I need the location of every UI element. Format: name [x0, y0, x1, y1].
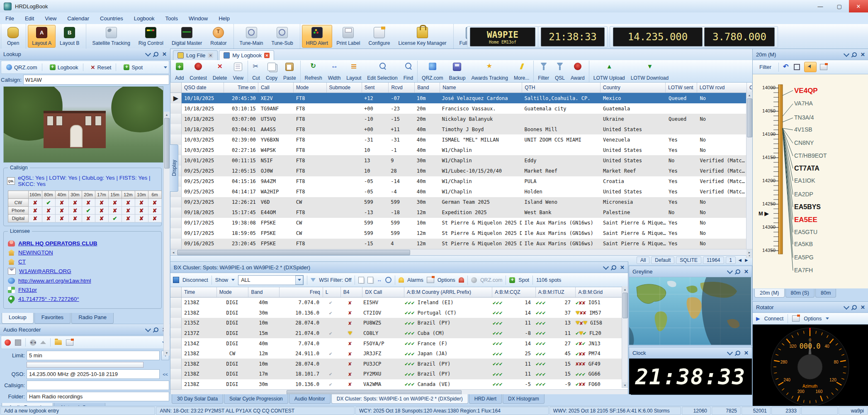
resize-columns-icon[interactable]: ↔: [377, 277, 382, 283]
band-spot[interactable]: VA7HA: [794, 100, 813, 107]
row-header[interactable]: [170, 124, 182, 134]
column-header-band[interactable]: Band: [415, 83, 440, 93]
table-row[interactable]: 2138ZDIGI30m10.136.0✔✘VA2WMA✔✔✔ Canada (…: [182, 379, 628, 390]
table-row[interactable]: 2135ZDIGI10m28.074.0✘PU8WZS✔✔✔ Brazil (P…: [182, 318, 628, 328]
collapse-icon[interactable]: [145, 326, 151, 332]
column-header-lotw_rcvd[interactable]: LOTW rcvd: [697, 83, 747, 93]
toolbar-layout-a[interactable]: ALayout A: [28, 25, 56, 48]
table-row[interactable]: 09/23/202512:26:21V6DCW59959930mGerman T…: [182, 197, 752, 208]
column-header-call[interactable]: Call: [258, 83, 294, 93]
logbook-award-button[interactable]: Award: [568, 61, 588, 82]
row-header[interactable]: [170, 308, 182, 318]
row-header[interactable]: [170, 328, 182, 339]
close-panel-icon[interactable]: ✕: [620, 264, 625, 271]
toolbar-layout-b[interactable]: BLayout B: [56, 25, 83, 48]
lookup-reset-button[interactable]: ✕Reset: [88, 63, 120, 72]
column-header-freq[interactable]: Freq: [280, 287, 323, 297]
logbook-qrz-com-button[interactable]: QRZ.com: [419, 61, 446, 82]
dock-tab-dx-histogram[interactable]: DX Histogram: [503, 394, 545, 404]
pin-icon[interactable]: [735, 349, 742, 356]
column-header-country[interactable]: A:B:M Country (ARRL Prefix): [404, 287, 492, 297]
menu-window[interactable]: Window: [183, 12, 213, 24]
band-spot[interactable]: EA5GTU: [794, 229, 817, 235]
options-button[interactable]: Options: [438, 277, 455, 283]
logbook-qsl-button[interactable]: QSL: [552, 61, 568, 82]
table-row[interactable]: 2137ZDIGI15m21.074.0✔CO8LY✔✔✔ Cuba (CM)✔…: [182, 328, 628, 339]
pin-icon[interactable]: [851, 51, 858, 58]
footer-11964[interactable]: 11964: [703, 256, 724, 264]
pointer-tool-button[interactable]: [804, 62, 817, 72]
licensee-link[interactable]: ARRL HQ OPERATORS CLUB: [18, 240, 97, 247]
logbook-more--button[interactable]: More...: [511, 61, 532, 82]
column-header-name[interactable]: Name: [440, 83, 522, 93]
close-panel-icon[interactable]: ✕: [861, 51, 865, 58]
table-row[interactable]: 10/03/202502:27:16W4PSKFT810-140mW1/Chap…: [182, 145, 752, 155]
pin-icon[interactable]: [153, 326, 160, 333]
column-header-band[interactable]: Band: [248, 287, 280, 297]
band-tab-80m-s-[interactable]: 80m (S): [785, 289, 815, 298]
column-header-qth[interactable]: QTH: [522, 83, 601, 93]
toolbar-open[interactable]: Open: [3, 25, 23, 48]
lookup-qrz-com-button[interactable]: QRZ.com: [3, 63, 46, 72]
close-button[interactable]: ✕: [849, 0, 868, 12]
row-header[interactable]: [170, 218, 182, 228]
footer-nav-right-icon[interactable]: ►: [744, 257, 749, 263]
toolbar-hrd-alert[interactable]: HRD Alert: [302, 25, 332, 48]
search-icon[interactable]: [385, 277, 391, 283]
logbook-layout-button[interactable]: Layout: [343, 61, 364, 82]
toolbar-rotator[interactable]: Rotator: [206, 25, 231, 48]
eject-icon[interactable]: [40, 341, 46, 344]
pin-icon[interactable]: [851, 304, 858, 310]
column-header-cqz[interactable]: A:B:M:CQZ: [492, 287, 536, 297]
logbook-copy-button[interactable]: Copy: [263, 61, 280, 82]
table-row[interactable]: 2134ZDIGI40m7.074.0✘F5OYA/P✔✔✔ France (F…: [182, 338, 628, 349]
maximize-button[interactable]: ▢: [830, 0, 849, 12]
row-header[interactable]: [170, 338, 182, 349]
column-header-l[interactable]: L: [323, 287, 341, 297]
dx-vscrollbar[interactable]: ▲▼: [622, 286, 628, 388]
toolbar-rig-control[interactable]: Rig Control: [134, 25, 168, 48]
logbook-vscrollbar[interactable]: ▲▼: [746, 92, 752, 258]
alarm-mute-icon[interactable]: [459, 277, 464, 283]
column-header-time[interactable]: Time on: [224, 83, 258, 93]
table-row[interactable]: 09/17/202518:59:05FP5KECW59959912mSt Pie…: [182, 228, 752, 239]
toolbar-tune-main[interactable]: Tune-Main: [236, 25, 267, 48]
footer-all[interactable]: All: [637, 256, 649, 264]
logbook-view-button[interactable]: View: [230, 61, 246, 82]
row-header[interactable]: [170, 349, 182, 359]
table-row[interactable]: 10/18/202503:04:01AA4SSFT8+00+1140mTimot…: [182, 124, 752, 134]
limit-select[interactable]: 5 min: [27, 351, 160, 360]
band-spot[interactable]: EA2DP: [794, 191, 813, 198]
table-row[interactable]: 09/17/202519:38:08FP5KECW59959910mSt Pie…: [182, 218, 752, 228]
close-panel-icon[interactable]: ✕: [162, 51, 167, 57]
logbook-contest-button[interactable]: Contest: [187, 61, 209, 82]
band-spot[interactable]: EA5PG: [794, 254, 814, 261]
notes-icon[interactable]: [367, 277, 373, 283]
menu-help[interactable]: Help: [213, 12, 235, 24]
column-header-rcvd[interactable]: Rcvd: [389, 83, 415, 93]
band-spot[interactable]: CN8NY: [794, 139, 814, 146]
footer-1[interactable]: 1: [726, 256, 736, 264]
wsi-filter-button[interactable]: WSI Filter: Off: [319, 277, 351, 283]
collapse-icon[interactable]: [727, 268, 733, 273]
row-header[interactable]: [170, 103, 182, 114]
dock-tab-solar-cycle-progression[interactable]: Solar Cycle Progression: [224, 394, 288, 404]
zoom-region-icon[interactable]: [794, 64, 800, 70]
band-spot[interactable]: CT7ATA: [794, 165, 819, 172]
collapse-icon[interactable]: [145, 50, 151, 56]
row-header[interactable]: ▶: [170, 93, 182, 103]
close-panel-icon[interactable]: ✕: [744, 269, 749, 275]
minimize-button[interactable]: —: [811, 0, 830, 12]
table-row[interactable]: 09/25/202504:14:17WA2HIPFT8-05-440mW1/Ch…: [182, 187, 752, 197]
licensee-link[interactable]: http://www.arrl.org/w1aw.html: [18, 278, 91, 284]
table-row[interactable]: 09/18/202515:17:45E44OMFT8-13-1812mExped…: [182, 208, 752, 218]
band-spot[interactable]: 4V1SB: [794, 126, 812, 133]
toolbar-configure[interactable]: Configure: [365, 25, 394, 48]
pin-icon[interactable]: [611, 264, 618, 271]
table-row[interactable]: 10/01/202500:11:15N5IFFT813930mW1/Chapli…: [182, 155, 752, 166]
row-header[interactable]: [170, 228, 182, 239]
footer-sqlite[interactable]: SQLITE: [676, 256, 701, 264]
collapse-icon[interactable]: [727, 349, 733, 355]
band-spot[interactable]: EA5KB: [794, 241, 813, 247]
disconnect-button[interactable]: Disconnect: [182, 277, 208, 283]
